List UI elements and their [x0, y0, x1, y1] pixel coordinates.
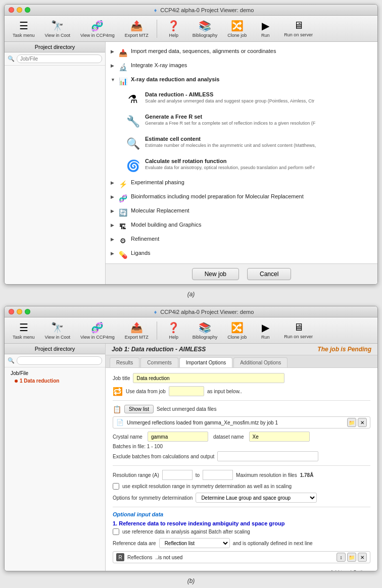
toolbar-b-task-menu[interactable]: ☰ Task menu [9, 320, 39, 341]
freer-desc: Generate a Free R set for a complete set… [145, 121, 372, 127]
ref-checkbox-row: use reference data in analysis against B… [113, 528, 370, 535]
b-clone-job-label: Clone job [227, 335, 247, 340]
help-label: Help [169, 33, 179, 38]
task-group-refinement[interactable]: ▶ ⚙ Refinement [110, 234, 373, 248]
form-panel-b: Job title 🔁 Use data from job as input b… [106, 368, 377, 571]
ref-data-select[interactable]: Reflection list [159, 538, 230, 548]
task-group-ligands[interactable]: ▶ 💊 Ligands [110, 248, 373, 262]
close-button-a[interactable] [9, 7, 14, 13]
toolbar-run[interactable]: ▶ Run [253, 19, 278, 39]
toolbar-b-clone-job[interactable]: 🔀 Clone job [223, 320, 251, 341]
tree-item-data-red[interactable]: 1 Data reduction [7, 377, 103, 385]
rotation-desc: Evaluate data for anisotropy, optical re… [145, 165, 372, 171]
search-input-a[interactable] [17, 55, 102, 63]
toolbar-b-export-mtz[interactable]: 📤 Export MTZ [121, 320, 153, 341]
task-group-import[interactable]: ▶ 📥 Import merged data, sequences, align… [110, 46, 373, 60]
dataset-name-input[interactable] [249, 432, 310, 442]
exp-phasing-title: Experimental phasing [131, 179, 372, 185]
tab-additional-options[interactable]: Additional Options [233, 357, 288, 367]
file-btn-folder[interactable]: 📁 [347, 418, 356, 427]
sub-item-freer[interactable]: 🔧 Generate a Free R set Generate a Free … [110, 111, 373, 133]
cell-icon: 🔍 [125, 136, 141, 152]
new-job-button[interactable]: New job [192, 268, 239, 280]
toolbar-help[interactable]: ❓ Help [161, 19, 186, 39]
toolbar-b-bibliography[interactable]: 📚 Bibliography [188, 320, 222, 341]
symmetry-checkbox[interactable] [113, 483, 119, 490]
aimless-desc: Scale and analyse unmerged data and sugg… [145, 98, 372, 104]
toolbar-b-run[interactable]: ▶ Run [253, 320, 278, 341]
toolbar-clone-job[interactable]: 🔀 Clone job [223, 19, 251, 39]
minimize-button-b[interactable] [17, 309, 22, 314]
search-icon-b: 🔍 [8, 357, 15, 364]
max-res-label: Maximum resolution in files [236, 472, 297, 478]
tab-important-options[interactable]: Important Options [179, 357, 232, 367]
toolbar-export-mtz[interactable]: 📤 Export MTZ [121, 19, 153, 39]
toolbar-b-run-server[interactable]: 🖥 Run on server [280, 320, 317, 340]
task-group-model[interactable]: ▶ 🏗 Model building and Graphics [110, 220, 373, 234]
divider-1 [113, 400, 370, 401]
search-input-b[interactable] [17, 356, 102, 365]
cancel-button[interactable]: Cancel [247, 268, 291, 280]
tree-item-jobfile[interactable]: Job/File [7, 369, 103, 377]
symmetry-det-select[interactable]: Determine Laue group and space group [196, 493, 317, 503]
toolbar-bibliography[interactable]: 📚 Bibliography [188, 19, 222, 39]
sub-item-aimless[interactable]: ⚗ Data reduction - AIMLESS Scale and ana… [110, 88, 373, 111]
sub-item-rotation[interactable]: 🌀 Calculate self rotation function Evalu… [110, 155, 373, 177]
use-data-input[interactable] [169, 386, 204, 396]
file-actions: 📁 ✕ [347, 418, 367, 427]
exp-phasing-content: Experimental phasing [131, 179, 372, 185]
task-group-exp-phasing[interactable]: ▶ ⚡ Experimental phasing [110, 177, 373, 191]
sub-item-cell[interactable]: 🔍 Estimate cell content Estimate number … [110, 133, 373, 155]
view-ccp4mg-icon: 🧬 [91, 20, 104, 32]
ligands-content: Ligands [131, 250, 372, 256]
maximize-button-a[interactable] [25, 7, 30, 13]
minimize-button-a[interactable] [17, 7, 22, 13]
refl-btn-arrow[interactable]: ↕ [337, 553, 346, 562]
toolbar-b-help[interactable]: ❓ Help [161, 320, 186, 341]
toolbar-sep-1 [157, 20, 157, 38]
resolution-from-input[interactable] [162, 470, 193, 480]
sidebar-b: Project directory 🔍 Job/File 1 Data redu… [5, 344, 106, 571]
toolbar-b-view-coot[interactable]: 🔭 View in Coot [41, 320, 74, 341]
tab-comments[interactable]: Comments [140, 357, 178, 367]
refl-btn-folder[interactable]: 📁 [347, 553, 356, 562]
ligands-title: Ligands [131, 250, 372, 256]
freer-title: Generate a Free R set [145, 114, 372, 120]
file-btn-delete[interactable]: ✕ [358, 418, 367, 427]
clone-job-icon: 🔀 [231, 20, 244, 32]
tab-bar-b: Results Comments Important Options Addit… [106, 355, 377, 368]
window-b: ♦ CCP4i2 alpha-0 Project Viewer: demo ☰ … [4, 306, 378, 571]
ref-checkbox[interactable] [113, 528, 119, 535]
exclude-input[interactable] [217, 451, 318, 461]
ligands-icon: 💊 [118, 250, 128, 260]
task-group-bio[interactable]: ▶ 🧬 Bioinformatics including model prepa… [110, 191, 373, 205]
close-button-b[interactable] [9, 309, 14, 314]
tab-results[interactable]: Results [110, 357, 139, 367]
tree-label-data-red: 1 Data reduction [20, 378, 59, 384]
task-group-xray[interactable]: ▼ 📊 X-ray data reduction and analysis [110, 74, 373, 88]
maximize-button-b[interactable] [25, 309, 30, 314]
toolbar-view-ccp4mg[interactable]: 🧬 View in CCP4mg [76, 19, 119, 39]
traffic-lights-a [9, 7, 30, 13]
toolbar-task-menu[interactable]: ☰ Task menu [9, 19, 39, 39]
toolbar-b-view-ccp4mg[interactable]: 🧬 View in CCP4mg [76, 320, 119, 341]
bottom-bar-a: New job Cancel [106, 263, 377, 284]
exclude-label: Exclude batches from calculations and ou… [113, 454, 214, 459]
import-icon: 📥 [118, 48, 128, 58]
crystal-name-input[interactable] [148, 432, 208, 442]
resolution-to-input[interactable] [203, 470, 233, 480]
refl-btn-delete[interactable]: ✕ [358, 553, 367, 562]
task-group-molrep[interactable]: ▶ 🔄 Molecular Replacement [110, 205, 373, 220]
expand-arrow-lig: ▶ [111, 251, 116, 256]
toolbar-run-server[interactable]: 🖥 Run on server [280, 19, 317, 38]
expand-arrow-bio: ▶ [111, 194, 116, 199]
toolbar-view-coot[interactable]: 🔭 View in Coot [41, 19, 74, 39]
show-list-button[interactable]: Show list [124, 405, 154, 413]
tree-dot-data-red [15, 380, 18, 383]
job-title-input[interactable] [133, 373, 284, 383]
molrep-title: Molecular Replacement [131, 207, 372, 213]
main-area-b: Project directory 🔍 Job/File 1 Data redu… [5, 344, 377, 571]
task-group-integrate[interactable]: ▶ 🔬 Integrate X-ray images [110, 60, 373, 74]
expand-arrow-ref: ▶ [111, 237, 116, 242]
xray-icon: 📊 [118, 76, 128, 86]
